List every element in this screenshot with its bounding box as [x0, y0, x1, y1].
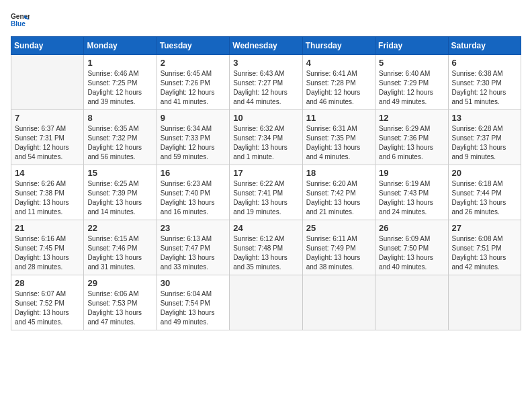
day-info: Sunrise: 6:38 AM Sunset: 7:30 PM Dayligh…: [452, 69, 517, 107]
calendar-cell: 9Sunrise: 6:34 AM Sunset: 7:33 PM Daylig…: [157, 110, 229, 165]
day-number: 19: [379, 168, 444, 178]
calendar-cell: 10Sunrise: 6:32 AM Sunset: 7:34 PM Dayli…: [230, 110, 302, 165]
day-number: 8: [87, 113, 152, 123]
weekday-saturday: Saturday: [448, 37, 521, 55]
calendar-cell: 23Sunrise: 6:13 AM Sunset: 7:47 PM Dayli…: [157, 220, 229, 275]
calendar-cell: 4Sunrise: 6:41 AM Sunset: 7:28 PM Daylig…: [302, 55, 375, 110]
weekday-sunday: Sunday: [11, 37, 84, 55]
calendar-cell: 13Sunrise: 6:28 AM Sunset: 7:37 PM Dayli…: [448, 110, 521, 165]
day-number: 29: [87, 278, 152, 288]
calendar-cell: 5Sunrise: 6:40 AM Sunset: 7:29 PM Daylig…: [375, 55, 448, 110]
day-info: Sunrise: 6:26 AM Sunset: 7:38 PM Dayligh…: [15, 179, 80, 217]
day-number: 7: [15, 113, 80, 123]
day-number: 1: [87, 58, 152, 68]
calendar-week-1: 1Sunrise: 6:46 AM Sunset: 7:25 PM Daylig…: [11, 55, 521, 110]
day-info: Sunrise: 6:34 AM Sunset: 7:33 PM Dayligh…: [161, 124, 226, 162]
day-info: Sunrise: 6:35 AM Sunset: 7:32 PM Dayligh…: [87, 124, 152, 162]
day-info: Sunrise: 6:46 AM Sunset: 7:25 PM Dayligh…: [87, 69, 152, 107]
day-number: 20: [452, 168, 517, 178]
day-info: Sunrise: 6:40 AM Sunset: 7:29 PM Dayligh…: [379, 69, 444, 107]
calendar-cell: 12Sunrise: 6:29 AM Sunset: 7:36 PM Dayli…: [375, 110, 448, 165]
calendar-week-4: 21Sunrise: 6:16 AM Sunset: 7:45 PM Dayli…: [11, 220, 521, 275]
calendar-cell: [448, 275, 521, 330]
calendar-cell: 18Sunrise: 6:20 AM Sunset: 7:42 PM Dayli…: [302, 165, 375, 220]
calendar-cell: 25Sunrise: 6:11 AM Sunset: 7:49 PM Dayli…: [302, 220, 375, 275]
calendar-cell: 22Sunrise: 6:15 AM Sunset: 7:46 PM Dayli…: [84, 220, 157, 275]
weekday-friday: Friday: [375, 37, 448, 55]
day-number: 22: [87, 223, 152, 233]
day-number: 15: [87, 168, 152, 178]
day-info: Sunrise: 6:15 AM Sunset: 7:46 PM Dayligh…: [87, 234, 152, 272]
day-info: Sunrise: 6:23 AM Sunset: 7:40 PM Dayligh…: [161, 179, 226, 217]
page-header: General Blue: [11, 11, 521, 30]
calendar-cell: 14Sunrise: 6:26 AM Sunset: 7:38 PM Dayli…: [11, 165, 84, 220]
calendar-cell: 11Sunrise: 6:31 AM Sunset: 7:35 PM Dayli…: [302, 110, 375, 165]
weekday-tuesday: Tuesday: [157, 37, 229, 55]
weekday-monday: Monday: [84, 37, 157, 55]
weekday-wednesday: Wednesday: [230, 37, 302, 55]
calendar-cell: 20Sunrise: 6:18 AM Sunset: 7:44 PM Dayli…: [448, 165, 521, 220]
calendar-cell: 30Sunrise: 6:04 AM Sunset: 7:54 PM Dayli…: [157, 275, 229, 330]
day-number: 4: [306, 58, 371, 68]
day-info: Sunrise: 6:20 AM Sunset: 7:42 PM Dayligh…: [306, 179, 371, 217]
calendar-body: 1Sunrise: 6:46 AM Sunset: 7:25 PM Daylig…: [11, 55, 521, 330]
calendar-cell: 24Sunrise: 6:12 AM Sunset: 7:48 PM Dayli…: [230, 220, 302, 275]
day-info: Sunrise: 6:16 AM Sunset: 7:45 PM Dayligh…: [15, 234, 80, 272]
calendar-week-3: 14Sunrise: 6:26 AM Sunset: 7:38 PM Dayli…: [11, 165, 521, 220]
calendar-week-2: 7Sunrise: 6:37 AM Sunset: 7:31 PM Daylig…: [11, 110, 521, 165]
day-info: Sunrise: 6:22 AM Sunset: 7:41 PM Dayligh…: [233, 179, 298, 217]
day-number: 3: [233, 58, 298, 68]
day-info: Sunrise: 6:31 AM Sunset: 7:35 PM Dayligh…: [306, 124, 371, 162]
day-info: Sunrise: 6:11 AM Sunset: 7:49 PM Dayligh…: [306, 234, 371, 272]
calendar-cell: 16Sunrise: 6:23 AM Sunset: 7:40 PM Dayli…: [157, 165, 229, 220]
day-number: 13: [452, 113, 517, 123]
calendar-cell: 27Sunrise: 6:08 AM Sunset: 7:51 PM Dayli…: [448, 220, 521, 275]
calendar-cell: 26Sunrise: 6:09 AM Sunset: 7:50 PM Dayli…: [375, 220, 448, 275]
day-number: 5: [379, 58, 444, 68]
calendar-cell: [302, 275, 375, 330]
day-info: Sunrise: 6:29 AM Sunset: 7:36 PM Dayligh…: [379, 124, 444, 162]
day-info: Sunrise: 6:25 AM Sunset: 7:39 PM Dayligh…: [87, 179, 152, 217]
day-number: 11: [306, 113, 371, 123]
calendar-cell: 7Sunrise: 6:37 AM Sunset: 7:31 PM Daylig…: [11, 110, 84, 165]
calendar-cell: [375, 275, 448, 330]
day-info: Sunrise: 6:08 AM Sunset: 7:51 PM Dayligh…: [452, 234, 517, 272]
calendar-cell: 8Sunrise: 6:35 AM Sunset: 7:32 PM Daylig…: [84, 110, 157, 165]
day-number: 12: [379, 113, 444, 123]
day-number: 17: [233, 168, 298, 178]
day-info: Sunrise: 6:43 AM Sunset: 7:27 PM Dayligh…: [233, 69, 298, 107]
svg-text:Blue: Blue: [11, 20, 26, 28]
day-info: Sunrise: 6:09 AM Sunset: 7:50 PM Dayligh…: [379, 234, 444, 272]
day-number: 10: [233, 113, 298, 123]
day-number: 27: [452, 223, 517, 233]
day-number: 26: [379, 223, 444, 233]
day-info: Sunrise: 6:07 AM Sunset: 7:52 PM Dayligh…: [15, 289, 80, 327]
weekday-header-row: SundayMondayTuesdayWednesdayThursdayFrid…: [11, 37, 521, 55]
day-info: Sunrise: 6:41 AM Sunset: 7:28 PM Dayligh…: [306, 69, 371, 107]
calendar-cell: 1Sunrise: 6:46 AM Sunset: 7:25 PM Daylig…: [84, 55, 157, 110]
calendar-cell: [230, 275, 302, 330]
day-info: Sunrise: 6:13 AM Sunset: 7:47 PM Dayligh…: [161, 234, 226, 272]
day-info: Sunrise: 6:18 AM Sunset: 7:44 PM Dayligh…: [452, 179, 517, 217]
calendar-cell: 15Sunrise: 6:25 AM Sunset: 7:39 PM Dayli…: [84, 165, 157, 220]
generalblue-logo-icon: General Blue: [11, 11, 30, 30]
day-number: 14: [15, 168, 80, 178]
day-info: Sunrise: 6:37 AM Sunset: 7:31 PM Dayligh…: [15, 124, 80, 162]
calendar-cell: [11, 55, 84, 110]
day-info: Sunrise: 6:06 AM Sunset: 7:53 PM Dayligh…: [87, 289, 152, 327]
calendar-table: SundayMondayTuesdayWednesdayThursdayFrid…: [11, 36, 521, 330]
day-number: 23: [161, 223, 226, 233]
day-number: 25: [306, 223, 371, 233]
calendar-cell: 6Sunrise: 6:38 AM Sunset: 7:30 PM Daylig…: [448, 55, 521, 110]
day-info: Sunrise: 6:28 AM Sunset: 7:37 PM Dayligh…: [452, 124, 517, 162]
calendar-cell: 28Sunrise: 6:07 AM Sunset: 7:52 PM Dayli…: [11, 275, 84, 330]
day-info: Sunrise: 6:12 AM Sunset: 7:48 PM Dayligh…: [233, 234, 298, 272]
svg-text:General: General: [11, 13, 30, 20]
day-number: 16: [161, 168, 226, 178]
calendar-cell: 2Sunrise: 6:45 AM Sunset: 7:26 PM Daylig…: [157, 55, 229, 110]
day-number: 2: [161, 58, 226, 68]
day-number: 9: [161, 113, 226, 123]
calendar-week-5: 28Sunrise: 6:07 AM Sunset: 7:52 PM Dayli…: [11, 275, 521, 330]
calendar-cell: 19Sunrise: 6:19 AM Sunset: 7:43 PM Dayli…: [375, 165, 448, 220]
weekday-thursday: Thursday: [302, 37, 375, 55]
